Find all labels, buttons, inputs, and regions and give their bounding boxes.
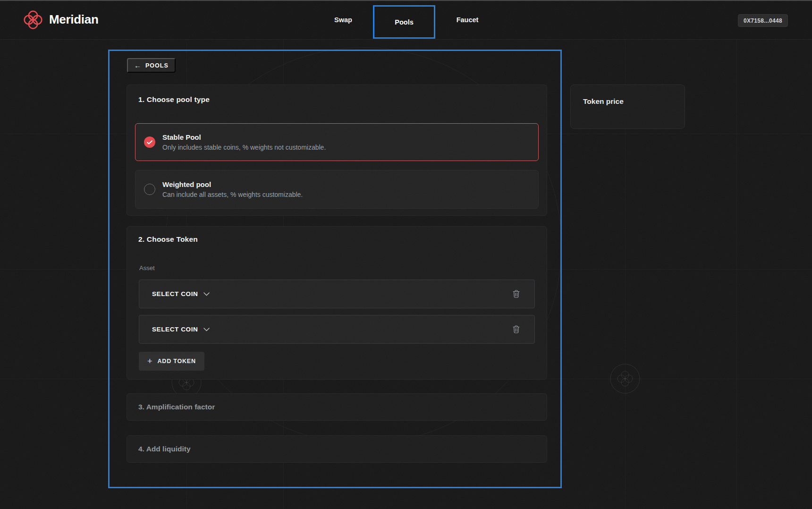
- radio-checked-icon: [144, 136, 155, 148]
- step1-card: 1. Choose pool type Stable Pool Only inc…: [127, 85, 547, 216]
- stable-pool-name: Stable Pool: [162, 133, 326, 141]
- delete-token-button[interactable]: [511, 323, 522, 335]
- weighted-pool-description: Can include all assets, % weights custom…: [162, 191, 303, 198]
- create-pool-page: ← POOLS 1. Choose pool type Stable Pool …: [0, 0, 812, 509]
- delete-token-button[interactable]: [511, 288, 522, 300]
- pool-type-option-stable[interactable]: Stable Pool Only includes stable coins, …: [135, 123, 539, 161]
- token-select-row[interactable]: SELECT COIN: [139, 280, 535, 308]
- plus-icon: +: [147, 357, 152, 365]
- asset-label: Asset: [139, 264, 155, 271]
- token-select-row[interactable]: SELECT COIN: [139, 315, 535, 344]
- step3-title: 3. Amplification factor: [138, 403, 215, 411]
- step2-card: 2. Choose Token Asset SELECT COIN: [127, 226, 547, 380]
- select-coin-label: SELECT COIN: [152, 326, 198, 333]
- select-coin-label: SELECT COIN: [152, 290, 198, 297]
- radio-unchecked-icon: [144, 184, 155, 195]
- step2-title: 2. Choose Token: [138, 235, 198, 244]
- select-coin-button[interactable]: SELECT COIN: [152, 326, 210, 333]
- trash-icon: [513, 325, 520, 333]
- add-token-label: ADD TOKEN: [158, 358, 196, 365]
- back-button-label: POOLS: [145, 62, 169, 69]
- add-token-button[interactable]: + ADD TOKEN: [139, 352, 204, 371]
- arrow-left-icon: ←: [134, 62, 142, 69]
- stable-pool-description: Only includes stable coins, % weights no…: [162, 144, 326, 151]
- step3-card[interactable]: 3. Amplification factor: [127, 393, 547, 421]
- step1-title: 1. Choose pool type: [138, 95, 210, 104]
- back-to-pools-button[interactable]: ← POOLS: [127, 58, 176, 73]
- select-coin-button[interactable]: SELECT COIN: [152, 290, 210, 297]
- token-price-panel: Token price: [570, 85, 685, 129]
- weighted-pool-name: Weighted pool: [162, 180, 303, 188]
- step4-card[interactable]: 4. Add liquidity: [127, 435, 547, 463]
- trash-icon: [513, 290, 520, 298]
- token-price-title: Token price: [583, 97, 624, 106]
- chevron-down-icon: [203, 328, 210, 331]
- step4-title: 4. Add liquidity: [138, 445, 191, 453]
- chevron-down-icon: [203, 292, 210, 296]
- pool-type-option-weighted[interactable]: Weighted pool Can include all assets, % …: [135, 170, 539, 209]
